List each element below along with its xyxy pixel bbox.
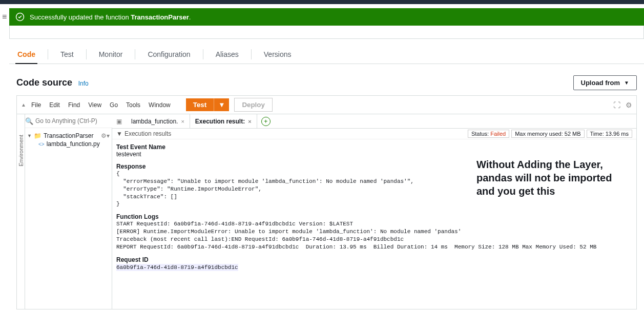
banner-text: Successfully updated the function Transa…: [30, 13, 191, 21]
close-icon[interactable]: ×: [248, 118, 251, 125]
panel-top-border: [9, 26, 644, 39]
file-icon: <>: [38, 141, 45, 147]
annotation-overlay: Without Adding the Layer, pandas will no…: [476, 158, 630, 198]
test-dropdown[interactable]: ▼: [214, 98, 229, 111]
logs-label: Function Logs: [116, 213, 632, 220]
tab-aliases[interactable]: Aliases: [207, 45, 247, 64]
menu-tools[interactable]: Tools: [126, 101, 140, 109]
logs-body: START RequestId: 6a0b9f1a-746d-41d8-8719…: [116, 220, 632, 251]
close-icon[interactable]: ×: [181, 118, 184, 125]
section-title: Code source: [16, 77, 72, 88]
editor-tab-file[interactable]: lambda_function.×: [126, 114, 190, 128]
success-banner: Successfully updated the function Transa…: [9, 8, 644, 26]
upload-from-button[interactable]: Upload from▼: [573, 75, 637, 90]
caret-down-icon: ▼: [27, 133, 32, 138]
tab-code[interactable]: Code: [9, 45, 44, 64]
menu-file[interactable]: File: [31, 101, 41, 109]
results-header: ▼ Execution results Status: Failed Max m…: [112, 129, 636, 139]
memory-badge: Max memory used: 52 MB: [511, 130, 584, 138]
new-tab-button[interactable]: +: [261, 117, 271, 126]
tab-list-icon[interactable]: ▣: [112, 118, 126, 125]
code-editor: ▲ File Edit Find View Go Tools Window Te…: [16, 95, 637, 309]
environment-rail[interactable]: Environment: [17, 114, 25, 309]
collapse-icon[interactable]: ▲: [21, 102, 26, 108]
tab-configuration[interactable]: Configuration: [139, 45, 198, 64]
hamburger-icon[interactable]: ≡: [2, 12, 7, 22]
fullscreen-icon[interactable]: ⛶: [613, 101, 620, 109]
test-event-value: testevent: [116, 151, 632, 158]
caret-down-icon[interactable]: ▼: [116, 130, 122, 137]
check-circle-icon: [15, 12, 25, 22]
test-event-label: Test Event Name: [116, 143, 632, 151]
tab-monitor[interactable]: Monitor: [91, 45, 131, 64]
tab-test[interactable]: Test: [52, 45, 82, 64]
menu-view[interactable]: View: [88, 101, 101, 109]
menu-go[interactable]: Go: [110, 101, 118, 109]
tree-root[interactable]: ▼ 📁 TransactionParser ⚙▾: [27, 131, 110, 140]
editor-tabs: ▣ lambda_function.× Execution result:× +: [112, 114, 636, 129]
results-body: Test Event Name testevent Response { "er…: [112, 139, 636, 273]
file-tree: 🔍 ▼ 📁 TransactionParser ⚙▾ <> lambda_fun: [25, 114, 112, 309]
tree-file[interactable]: <> lambda_function.py: [27, 140, 110, 148]
info-link[interactable]: Info: [78, 80, 89, 87]
caret-down-icon: ▼: [624, 80, 629, 86]
deploy-button[interactable]: Deploy: [234, 98, 272, 112]
menu-find[interactable]: Find: [68, 101, 80, 109]
settings-icon[interactable]: ⚙: [626, 101, 632, 109]
reqid-value: 6a0b9f1a-746d-41d8-8719-a4f91dbcbd1c: [116, 264, 238, 272]
aws-top-bar: [0, 0, 644, 4]
menu-edit[interactable]: Edit: [49, 101, 60, 109]
ide-menubar: ▲ File Edit Find View Go Tools Window Te…: [17, 96, 636, 114]
time-badge: Time: 13.96 ms: [587, 130, 632, 138]
status-badge: Status: Failed: [468, 130, 509, 138]
gear-icon[interactable]: ⚙▾: [101, 132, 110, 139]
test-button[interactable]: Test: [186, 98, 214, 111]
goto-anything-input[interactable]: [33, 114, 114, 128]
reqid-label: Request ID: [116, 256, 632, 263]
main-tabs: Code Test Monitor Configuration Aliases …: [9, 45, 644, 64]
search-icon[interactable]: 🔍: [25, 117, 33, 125]
menu-window[interactable]: Window: [149, 101, 171, 109]
tab-versions[interactable]: Versions: [256, 45, 300, 64]
editor-tab-result[interactable]: Execution result:×: [190, 114, 257, 128]
folder-icon: 📁: [34, 132, 41, 139]
